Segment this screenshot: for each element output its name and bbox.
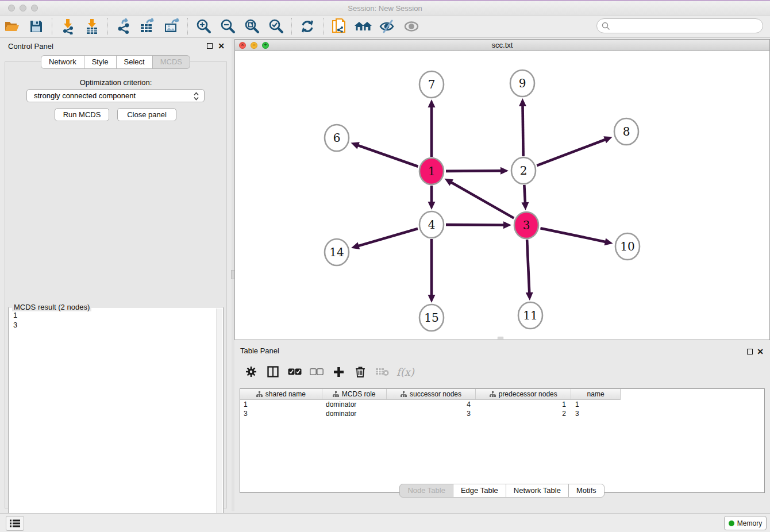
table-body: 1dominator4113dominator323 [240, 400, 764, 418]
search-icon [602, 22, 610, 30]
table-cell[interactable]: dominator [322, 409, 387, 418]
hide-eye-icon[interactable] [378, 17, 397, 36]
export-image-icon[interactable] [162, 17, 182, 36]
zoom-fit-icon[interactable] [242, 17, 261, 36]
graph-node-label: 11 [523, 309, 537, 322]
memory-label: Memory [737, 519, 762, 527]
open-session-icon[interactable] [2, 17, 22, 36]
tab-select[interactable]: Select [116, 55, 153, 69]
zoom-out-icon[interactable] [218, 17, 237, 36]
graph-edge-3-11[interactable] [527, 240, 529, 294]
edge-arrowhead [605, 238, 613, 245]
table-cell[interactable]: 1 [572, 400, 621, 409]
select-all-icon[interactable] [286, 363, 303, 380]
add-icon[interactable] [330, 363, 347, 380]
table-cell[interactable]: 3 [572, 409, 621, 418]
column-header-name[interactable]: name [571, 389, 620, 399]
column-header-predecessor-nodes[interactable]: predecessor nodes [476, 389, 571, 399]
table-cell[interactable]: 3 [240, 409, 322, 418]
table-row[interactable]: 3dominator323 [240, 409, 621, 418]
table-cell[interactable]: 1 [476, 400, 572, 409]
tab-node-table[interactable]: Node Table [399, 484, 453, 498]
edge-arrowhead [428, 202, 436, 210]
criterion-select[interactable]: strongly connected component [26, 89, 205, 102]
table-panel-header: Table Panel ✕ [234, 344, 770, 357]
close-panel-icon[interactable]: ✕ [757, 347, 764, 356]
table-cell[interactable]: dominator [322, 400, 387, 409]
graph-edge-2-3[interactable] [524, 185, 525, 203]
task-list-button[interactable] [6, 516, 24, 531]
tab-network-table[interactable]: Network Table [506, 484, 569, 498]
close-panel-icon[interactable]: ✕ [218, 41, 225, 51]
search-input[interactable] [596, 18, 763, 33]
chevron-up-down-icon [194, 92, 199, 101]
toolbar-separator [107, 18, 108, 35]
tab-motifs[interactable]: Motifs [568, 484, 605, 498]
network-graph-canvas[interactable]: 7968124314101511 [235, 51, 769, 340]
table-header-row: shared nameMCDS rolesuccessor nodesprede… [240, 389, 621, 400]
column-header-shared-name[interactable]: shared name [240, 389, 322, 399]
home-icon[interactable] [353, 17, 373, 36]
mcds-result-title: MCDS result (2 nodes) [12, 303, 91, 311]
graph-edge-1-6[interactable] [357, 145, 418, 167]
tab-edge-table[interactable]: Edge Table [453, 484, 506, 498]
graph-edge-4-14[interactable] [357, 229, 418, 246]
gear-icon[interactable] [242, 363, 260, 380]
titlebar: Session: New Session [0, 1, 770, 16]
delete-icon[interactable] [352, 363, 369, 380]
float-panel-icon[interactable] [207, 43, 213, 49]
edge-arrowhead [428, 295, 436, 303]
close-panel-button[interactable]: Close panel [117, 108, 176, 121]
table-cell[interactable]: 2 [476, 409, 572, 418]
column-header-successor-nodes[interactable]: successor nodes [387, 389, 476, 399]
node-table: shared nameMCDS rolesuccessor nodesprede… [240, 388, 765, 493]
edge-arrowhead [351, 142, 360, 149]
delete-table-icon[interactable] [374, 363, 391, 380]
edge-arrowhead [526, 292, 533, 300]
graph-node-label: 2 [520, 164, 528, 178]
tab-network[interactable]: Network [41, 55, 84, 69]
result-scrollbar[interactable] [216, 309, 222, 518]
columns-icon[interactable] [264, 363, 282, 380]
control-panel: Control Panel ✕ NetworkStyleSelectMCDS O… [0, 38, 232, 511]
graph-node-label: 3 [523, 218, 530, 232]
graph-edge-3-10[interactable] [540, 228, 606, 242]
save-session-icon[interactable] [26, 17, 46, 36]
run-mcds-button[interactable]: Run MCDS [55, 108, 109, 121]
function-icon[interactable]: f(x) [396, 366, 414, 378]
network-window-titlebar[interactable]: × − + scc.txt [235, 40, 769, 51]
tab-mcds[interactable]: MCDS [152, 55, 190, 69]
export-table-icon[interactable] [138, 17, 157, 36]
control-panel-header: Control Panel ✕ [0, 38, 232, 54]
import-table-icon[interactable] [82, 17, 102, 36]
memory-button[interactable]: Memory [724, 516, 767, 530]
table-cell[interactable]: 1 [240, 400, 322, 409]
graph-edge-2-9[interactable] [523, 105, 523, 156]
tab-style[interactable]: Style [84, 55, 117, 69]
mcds-result-line: 3 [13, 320, 17, 330]
graph-edge-4-3[interactable] [446, 225, 505, 225]
deselect-all-icon[interactable] [308, 363, 325, 380]
table-cell[interactable]: 4 [387, 400, 476, 409]
horizontal-splitter-handle[interactable] [498, 337, 503, 340]
graph-edge-1-2[interactable] [446, 171, 502, 171]
network-document-icon[interactable] [329, 17, 349, 36]
refresh-icon[interactable] [298, 17, 317, 36]
table-row[interactable]: 1dominator411 [240, 400, 621, 409]
control-panel-title: Control Panel [8, 42, 53, 51]
zoom-selected-icon[interactable] [266, 17, 286, 36]
graph-node-label: 7 [428, 78, 436, 91]
export-network-icon[interactable] [114, 17, 133, 36]
application-window: Session: New Session [0, 0, 770, 532]
mcds-result-box: MCDS result (2 nodes) 13 [8, 307, 224, 525]
column-header-MCDS-role[interactable]: MCDS role [322, 389, 387, 399]
toolbar-separator [52, 18, 52, 35]
graph-node-label: 8 [623, 125, 630, 138]
import-network-icon[interactable] [58, 17, 78, 36]
float-panel-icon[interactable] [747, 349, 753, 354]
table-cell[interactable]: 3 [387, 409, 476, 418]
graph-edge-2-8[interactable] [537, 139, 606, 165]
eye-icon[interactable] [402, 17, 421, 36]
graph-edge-3-1[interactable] [451, 182, 514, 218]
zoom-in-icon[interactable] [194, 17, 213, 36]
